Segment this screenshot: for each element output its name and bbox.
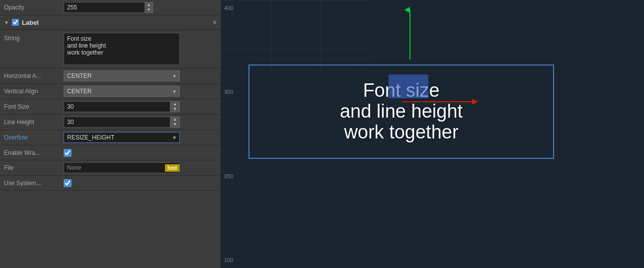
- ruler-mark-400: 400: [224, 5, 241, 11]
- label-section-close-btn[interactable]: ×: [213, 18, 217, 26]
- line-height-label: Line Height: [4, 119, 64, 126]
- overflow-select[interactable]: RESIZE_HEIGHT TRUNCATE SCROLL OVERFLOW: [64, 132, 180, 143]
- string-row: String Font size and line height work to…: [0, 30, 221, 68]
- canvas-grid: [221, 0, 370, 74]
- label-section-checkbox[interactable]: [12, 19, 19, 26]
- file-row: File None font: [0, 160, 221, 176]
- vertical-align-label: Vertical Align: [4, 88, 64, 95]
- collapse-arrow-icon[interactable]: ▼: [4, 20, 9, 25]
- opacity-input-wrapper: ▲ ▼: [64, 2, 153, 13]
- enable-wrap-row: Enable Wra...: [0, 145, 221, 160]
- use-system-row: Use System...: [0, 176, 221, 191]
- line-height-input-wrapper: ▲ ▼: [64, 117, 180, 128]
- file-label: File: [4, 164, 64, 171]
- font-size-increment[interactable]: ▲: [170, 102, 179, 107]
- ruler-mark-200: 200: [224, 173, 241, 179]
- line-height-increment[interactable]: ▲: [170, 117, 179, 122]
- use-system-checkbox[interactable]: [64, 179, 72, 187]
- font-size-spin-buttons: ▲ ▼: [170, 101, 180, 112]
- vertical-align-select-wrapper: TOP CENTER BOTTOM ▼: [64, 86, 180, 97]
- canvas-text-line3: work together: [344, 122, 458, 142]
- string-label: String: [4, 33, 64, 42]
- text-selection-highlight: [389, 74, 428, 98]
- file-placeholder: None: [64, 163, 165, 173]
- overflow-row: Overflow RESIZE_HEIGHT TRUNCATE SCROLL O…: [0, 130, 221, 145]
- font-size-input[interactable]: [64, 101, 170, 112]
- font-size-input-wrapper: ▲ ▼: [64, 101, 180, 112]
- enable-wrap-checkbox[interactable]: [64, 149, 72, 157]
- line-height-input[interactable]: [64, 117, 170, 128]
- ruler-mark-100: 100: [224, 257, 241, 263]
- label-section-title: Label: [22, 19, 213, 26]
- opacity-row: Opacity ▲ ▼: [0, 0, 221, 15]
- line-height-decrement[interactable]: ▼: [170, 122, 179, 127]
- ruler-mark-300: 300: [224, 89, 241, 95]
- ruler-labels: 400 300 200 100: [221, 0, 243, 268]
- file-badge: font: [165, 164, 179, 172]
- font-size-row: Font Size ▲ ▼: [0, 99, 221, 115]
- horizontal-align-select-wrapper: LEFT CENTER RIGHT ▼: [64, 70, 180, 81]
- line-height-row: Line Height ▲ ▼: [0, 115, 221, 130]
- canvas-label-box[interactable]: Font size and line height work together: [248, 65, 554, 159]
- horizontal-align-row: Horizontal A... LEFT CENTER RIGHT ▼: [0, 68, 221, 84]
- string-textarea[interactable]: Font size and line height work together: [64, 33, 180, 65]
- font-size-label: Font Size: [4, 103, 64, 110]
- font-size-decrement[interactable]: ▼: [170, 107, 179, 112]
- opacity-label: Opacity: [4, 4, 64, 11]
- overflow-label: Overflow: [4, 134, 64, 141]
- file-input-wrapper: None font: [64, 162, 180, 173]
- vertical-align-row: Vertical Align TOP CENTER BOTTOM ▼: [0, 84, 221, 99]
- horizontal-align-label: Horizontal A...: [4, 72, 64, 79]
- canvas-text-line2: and line height: [340, 101, 463, 122]
- horizontal-align-select[interactable]: LEFT CENTER RIGHT: [64, 70, 180, 81]
- overflow-select-wrapper: RESIZE_HEIGHT TRUNCATE SCROLL OVERFLOW ▼: [64, 132, 180, 143]
- properties-panel: Opacity ▲ ▼ ▼ Label × String Font size a…: [0, 0, 221, 268]
- canvas-area: 400 300 200 100 Font size and line heigh…: [221, 0, 644, 268]
- svg-rect-1: [221, 0, 370, 74]
- use-system-label: Use System...: [4, 180, 64, 187]
- opacity-decrement[interactable]: ▼: [145, 7, 153, 12]
- line-height-spin-buttons: ▲ ▼: [170, 117, 180, 128]
- enable-wrap-label: Enable Wra...: [4, 149, 64, 156]
- y-axis-arrow: [405, 5, 415, 65]
- label-section-header: ▼ Label ×: [0, 15, 221, 30]
- opacity-spin-buttons: ▲ ▼: [145, 2, 153, 13]
- opacity-increment[interactable]: ▲: [145, 2, 153, 7]
- opacity-input[interactable]: [64, 2, 145, 13]
- vertical-align-select[interactable]: TOP CENTER BOTTOM: [64, 86, 180, 97]
